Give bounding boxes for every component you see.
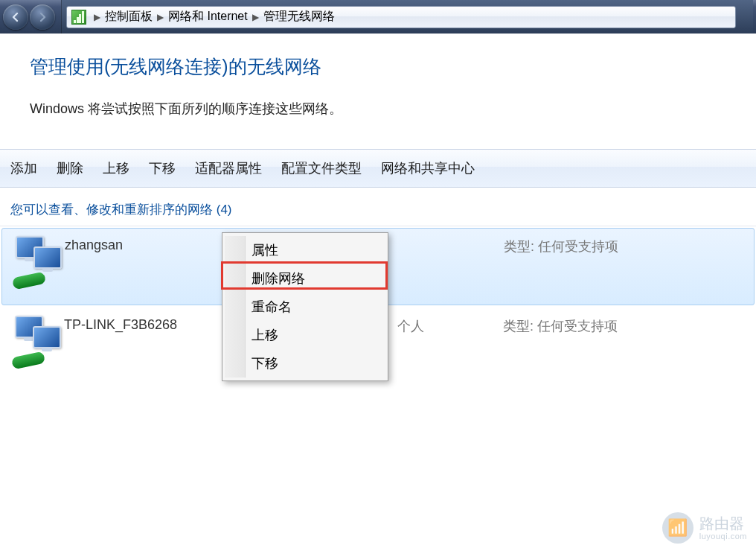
watermark-subtitle: luyouqi.com (699, 532, 747, 541)
section-label: 您可以查看、修改和重新排序的网络 (10, 203, 217, 217)
page-subtitle: Windows 将尝试按照下面所列的顺序连接这些网络。 (30, 100, 726, 118)
section-count: (4) (217, 203, 232, 217)
back-button[interactable] (3, 4, 28, 30)
toolbar-adapter-properties[interactable]: 适配器属性 (195, 159, 262, 177)
forward-button[interactable] (30, 4, 55, 30)
breadcrumb-manage-wireless[interactable]: 管理无线网络 (263, 9, 335, 25)
context-menu-rename[interactable]: 重命名 (225, 293, 385, 321)
breadcrumb-sep: ▶ (94, 12, 100, 22)
toolbar-add[interactable]: 添加 (10, 159, 37, 177)
toolbar-network-sharing-center[interactable]: 网络和共享中心 (381, 159, 475, 177)
network-icon (11, 235, 65, 288)
signal-icon (71, 10, 86, 25)
nav-buttons (3, 4, 57, 30)
network-icon (10, 314, 64, 368)
context-menu-move-up[interactable]: 上移 (225, 321, 385, 349)
toolbar: 添加 删除 上移 下移 适配器属性 配置文件类型 网络和共享中心 (0, 149, 756, 188)
breadcrumb-sep: ▶ (252, 12, 259, 22)
watermark-logo-icon: 📶 (662, 512, 693, 544)
network-type: 类型: 任何受支持项 (504, 238, 618, 255)
section-header: 您可以查看、修改和重新排序的网络 (4) (0, 188, 756, 226)
breadcrumb-control-panel[interactable]: 控制面板 (105, 9, 153, 25)
context-menu: 属性 删除网络 重命名 上移 下移 (222, 232, 388, 381)
back-arrow-icon (10, 11, 22, 23)
context-menu-move-down[interactable]: 下移 (225, 349, 385, 378)
context-menu-properties[interactable]: 属性 (225, 236, 385, 264)
breadcrumb-sep: ▶ (157, 12, 164, 22)
network-type: 类型: 任何受支持项 (503, 317, 618, 335)
toolbar-move-up[interactable]: 上移 (103, 159, 129, 177)
context-menu-gutter (225, 236, 246, 378)
toolbar-remove[interactable]: 删除 (57, 159, 83, 177)
forward-arrow-icon (36, 11, 48, 23)
network-list: zhangsan 安全: WPA2 - 个人 类型: 任何受支持项 TP-LIN… (0, 228, 756, 386)
context-menu-delete-network[interactable]: 删除网络 (225, 264, 385, 293)
watermark-title: 路由器 (699, 515, 747, 532)
toolbar-profile-type[interactable]: 配置文件类型 (281, 159, 362, 177)
page-title: 管理使用(无线网络连接)的无线网络 (30, 54, 726, 79)
watermark: 📶 路由器 luyouqi.com (662, 512, 747, 544)
title-bar: ▶ 控制面板 ▶ 网络和 Internet ▶ 管理无线网络 (0, 0, 756, 34)
nav-right-region: ▶ 控制面板 ▶ 网络和 Internet ▶ 管理无线网络 (61, 0, 753, 34)
toolbar-move-down[interactable]: 下移 (149, 159, 176, 177)
content-area: 管理使用(无线网络连接)的无线网络 Windows 将尝试按照下面所列的顺序连接… (0, 34, 756, 149)
breadcrumb-network-internet[interactable]: 网络和 Internet (168, 9, 248, 25)
breadcrumb[interactable]: ▶ 控制面板 ▶ 网络和 Internet ▶ 管理无线网络 (66, 6, 736, 28)
